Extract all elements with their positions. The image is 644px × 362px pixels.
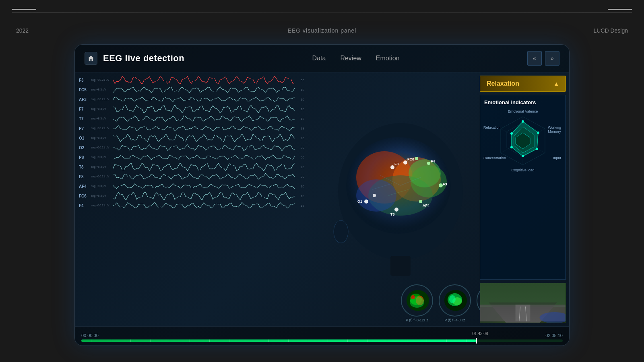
eeg-row: AF3avg +10.21 µV10: [79, 95, 304, 104]
eeg-channel-sub: avg +10.21 µV: [91, 175, 113, 178]
panel-body: F3avg +10.21 µV50FC5avg +8.3 µV10AF3avg …: [75, 72, 569, 326]
eeg-channel-label: FC6: [79, 194, 91, 198]
eeg-channel-label: T8: [79, 165, 91, 169]
home-icon: [87, 55, 95, 62]
brain-map-circle-1: [439, 284, 471, 317]
svg-point-54: [522, 120, 524, 123]
timeline-start: 00:00:00: [81, 333, 99, 338]
eeg-channel-label: AF3: [79, 97, 91, 102]
timeline-times: 00:00:00 02:05:10: [81, 333, 563, 338]
timeline-track[interactable]: [81, 339, 563, 342]
eeg-row: FC6avg +8.3 µV10: [79, 191, 304, 200]
timeline-tick: [466, 339, 466, 342]
timeline-tick: [130, 339, 131, 342]
eeg-scale: 20: [295, 165, 304, 169]
timeline-tick: [407, 339, 407, 342]
timeline-tick: [367, 339, 367, 342]
timeline-tick: [229, 339, 229, 342]
timeline-tick: [427, 339, 427, 342]
eeg-scale: 10: [295, 107, 304, 111]
prev-button[interactable]: «: [527, 51, 542, 66]
emotional-indicators-title: Emotional indicators: [484, 99, 561, 105]
svg-point-39: [449, 295, 456, 303]
video-thumbnail[interactable]: [480, 283, 566, 323]
right-panel: Relaxation ▲ Emotional indicators: [477, 72, 569, 326]
eeg-scale: 20: [295, 136, 304, 140]
eeg-section: F3avg +10.21 µV50FC5avg +8.3 µV10AF3avg …: [75, 72, 308, 326]
eeg-scale: 10: [295, 98, 304, 101]
eeg-channel-label: O1: [79, 136, 91, 140]
timeline-bar: 00:00:00 02:05:10 01:43:08: [75, 326, 569, 346]
eeg-channel-sub: avg +10.21 µV: [91, 204, 113, 207]
svg-text:F4: F4: [431, 159, 435, 163]
eeg-row: F4avg +10.21 µV18: [79, 201, 304, 210]
timeline-tick: [170, 339, 170, 342]
timeline-tick: [328, 339, 328, 342]
eeg-channel-sub: avg +8.3 µV: [91, 88, 113, 91]
nav-emotion[interactable]: Emotion: [376, 55, 400, 62]
eeg-channel-sub: avg +10.21 µV: [91, 98, 113, 101]
svg-rect-62: [516, 305, 530, 321]
eeg-row: F3avg +10.21 µV50: [79, 76, 304, 84]
eeg-channel-sub: avg +8.3 µV: [91, 156, 113, 159]
brain-map-1: P (f) f=4-8Hz: [439, 284, 471, 322]
top-bar-left-accent: [12, 9, 36, 10]
radar-svg: [487, 109, 559, 173]
relaxation-badge: Relaxation ▲: [480, 76, 566, 92]
top-bar-line: [12, 12, 632, 12]
timeline-tick: [249, 339, 249, 342]
svg-point-22: [373, 194, 376, 197]
relaxation-label: Relaxation: [487, 80, 519, 87]
video-thumb-inner: [480, 283, 566, 323]
eeg-scale: 50: [295, 156, 304, 159]
eeg-channel-label: AF4: [79, 184, 91, 189]
eeg-row: AF4avg +8.3 µV10: [79, 182, 304, 191]
eeg-wave: [113, 173, 295, 181]
center-title: EEG visualization panel: [288, 27, 357, 34]
svg-point-8: [411, 165, 447, 197]
eeg-wave: [113, 86, 295, 94]
radar-label-emotional-valence: Emotional Valence: [508, 109, 538, 113]
eeg-channel-sub: avg +8.3 µV: [91, 165, 113, 169]
svg-point-25: [419, 200, 422, 203]
eeg-channel-sub: avg +10.21 µV: [91, 127, 113, 130]
eeg-channel-label: P7: [79, 126, 91, 131]
brain-svg: F3 FC0 F4 O1 T8 AF4: [304, 115, 481, 284]
eeg-row: FC5avg +8.3 µV10: [79, 85, 304, 94]
eeg-channel-sub: avg +10.21 µV: [91, 146, 113, 149]
svg-rect-29: [390, 256, 411, 276]
svg-point-55: [537, 132, 539, 134]
eeg-scale: 20: [295, 175, 304, 179]
brain-map-label-1: P (f) f=4-8Hz: [444, 318, 465, 322]
svg-text:T8: T8: [390, 212, 395, 216]
relaxation-arrow-icon: ▲: [553, 80, 559, 87]
eeg-channel-sub: avg +8.3 µV: [91, 185, 113, 188]
svg-text:AF4: AF4: [423, 204, 429, 208]
eeg-scale: 10: [295, 194, 304, 198]
nav-review[interactable]: Review: [340, 55, 361, 62]
nav-data[interactable]: Data: [312, 55, 326, 62]
timeline-tick: [288, 339, 289, 342]
title-area: EEG live detection: [85, 52, 184, 65]
eeg-wave: [113, 76, 295, 84]
timeline-current-marker: 01:43:08: [472, 331, 488, 336]
eeg-channel-label: T7: [79, 117, 91, 121]
eeg-scale: 18: [295, 127, 304, 130]
video-scenery-svg: [480, 283, 566, 323]
timeline-cursor: [476, 338, 477, 343]
eeg-scale: 10: [295, 88, 304, 92]
next-button[interactable]: »: [545, 51, 559, 66]
svg-text:F3: F3: [394, 162, 399, 166]
eeg-channel-sub: avg +8.3 µV: [91, 117, 113, 120]
eeg-row: T8avg +8.3 µV20: [79, 162, 304, 171]
svg-point-35: [411, 295, 415, 299]
radar-label-cognitive-load: Cognitive load: [511, 168, 534, 172]
radar-label-input: Input: [553, 156, 561, 160]
timeline-tick: [111, 339, 111, 342]
timeline-tick: [387, 339, 387, 342]
panel-title: EEG live detection: [103, 53, 184, 64]
main-panel: EEG live detection Data Review Emotion «…: [74, 44, 570, 346]
eeg-scale: 50: [295, 78, 304, 82]
eeg-wave: [113, 202, 295, 210]
home-button[interactable]: [85, 52, 97, 65]
